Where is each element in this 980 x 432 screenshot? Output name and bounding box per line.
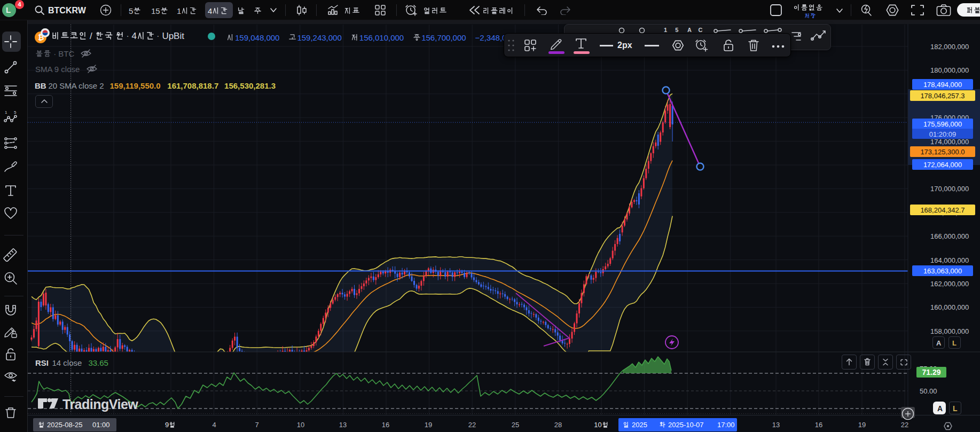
svg-text:5: 5	[14, 110, 17, 115]
svg-text:1: 1	[5, 110, 7, 115]
